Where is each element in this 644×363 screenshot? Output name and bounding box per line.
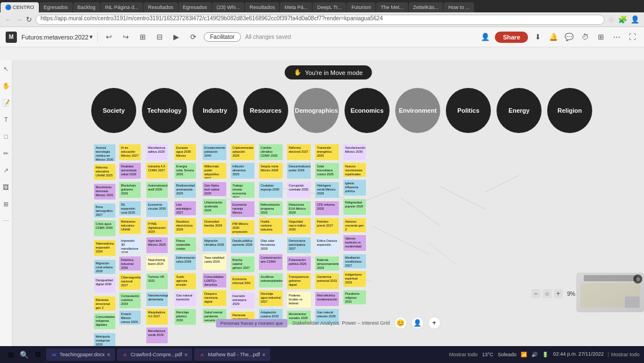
sticky-note[interactable]: Telemedicina expansión 2026 [94,240,115,256]
sticky-note[interactable]: Nuevos movimientos espirituales [343,163,366,177]
sticky-note[interactable]: Descentralización poder 2026 [287,163,311,179]
undo-button[interactable]: ↩ [102,31,115,43]
sticky-note[interactable]: Huella carbono industria [259,218,283,234]
user-icon[interactable]: 👤 [479,31,491,43]
profile-icon[interactable]: 👤 [630,15,639,24]
taskbar-item-mathew[interactable]: A Mathew Ball - The...pdf × [194,348,270,361]
facilitator-button[interactable]: Facilitator [204,32,240,42]
notifications-icon[interactable]: 🔔 [547,31,560,43]
sticky-note[interactable]: Impresión 3D manufactura 2028 [119,237,141,253]
tab-metapa[interactable]: Meta Pá... [280,2,312,12]
fullscreen-icon[interactable]: ⛶ [626,31,638,43]
sticky-note[interactable]: Economía naranja México [231,201,254,217]
nav-forward-icon[interactable]: → [15,15,23,24]
sticky-note[interactable]: Polarización política 2026 [287,256,311,271]
sticky-note[interactable]: IA en educación México 2027 [119,144,141,160]
sticky-note[interactable]: Baterías almacenamiento 2029 [315,256,339,271]
sticky-note[interactable]: Valores tradición vs modernidad [343,235,366,251]
sticky-note[interactable]: Relaciones EUA México 2028 [287,201,311,215]
download-icon[interactable]: ⬇ [531,31,544,43]
sidebar-sticky-icon[interactable]: 📝 [2,98,11,107]
show-desktop-button[interactable]: Mostrar todo [608,352,639,357]
nav-back-icon[interactable]: ← [5,15,12,24]
sticky-note[interactable]: Olas calor frecuencia 2029 [259,237,283,251]
tab-zettel[interactable]: ZettelKäs... [409,2,444,12]
sticky-note[interactable]: Deforestación selva 2028 [175,254,196,270]
minimap-toggle-button[interactable]: ⊙ [633,275,642,284]
sticky-note[interactable]: Pesca sostenible costas [175,237,196,251]
sticky-note[interactable]: Democracia participativa 2027 [287,237,311,253]
taskbar-show-desktop[interactable]: Mostrar todo [449,352,478,357]
sticky-note[interactable]: Migración climática 2035 [203,237,226,251]
sticky-note[interactable]: Robótica industrial 2030 [119,256,141,271]
speaker-icon[interactable]: 🔊 [531,352,538,357]
sticky-note[interactable]: PIB México 2030 proyección [231,220,254,234]
sticky-note[interactable]: PYME digitalización 2025 [146,220,168,234]
bottom-sticky-label[interactable]: Personas físicas y morales que [216,319,288,327]
sticky-note[interactable]: Manufactura aditiva 2029 [146,144,168,160]
sticky-note[interactable]: Maquiladora 4.0 2027 [146,309,168,325]
sidebar-more-icon[interactable]: ⋯ [2,216,11,225]
sticky-note[interactable]: Secularización México 2030 [343,144,366,160]
taskbar-time[interactable]: 02:44 p.m. 27/11/2022 [553,351,603,358]
taskbar-mathew-close[interactable]: × [262,352,266,358]
tab-futurism[interactable]: Futurism [347,2,375,12]
sticky-note[interactable]: Economía informal 30% [231,276,254,290]
canvas-area[interactable]: ✋ You're in Move mode Society Technology… [12,60,644,346]
windows-start-icon[interactable]: ⊞ [5,348,17,361]
sticky-note[interactable]: Transición energética 2030 [315,144,339,160]
circle-environment[interactable]: Environment [395,88,440,133]
tab-centro[interactable]: 🔵 CENTRO [1,2,39,12]
more-icon[interactable]: ⋯ [610,31,623,43]
search-taskbar-icon[interactable]: 🔍 [18,348,30,361]
sticky-note[interactable]: Crisis agua CDMX 2030 [94,220,115,236]
sticky-note[interactable]: Reforestación programa 2026 [259,201,283,215]
sticky-note[interactable]: Migración rural-urbana 2028 [94,260,115,274]
sticky-note[interactable]: Agro-tech México 2028 [146,237,168,253]
bookmark-icon[interactable]: ☆ [608,15,615,24]
sidebar-pen-icon[interactable]: ✏ [2,149,11,158]
sidebar-hand-icon[interactable]: ✋ [2,81,11,90]
sticky-note[interactable]: Tasa natalidad caída 2029 [203,254,226,270]
tab-met[interactable]: The Met... [376,2,408,12]
sticky-note[interactable]: Petróleo precio 2027 [315,218,339,234]
sticky-note[interactable]: Ciudades esponja 2030 [259,182,283,198]
sticky-note[interactable]: 5G expansión rural 2025 [119,201,141,215]
sticky-note[interactable]: Inversión extranjera 2029 [231,293,254,308]
sticky-note[interactable]: Religiosidad popular 2028 [343,199,366,215]
sticky-note[interactable]: Ateísmo creciente gen Z [343,218,366,232]
sticky-note[interactable]: Poderes locales vs federal [287,292,311,308]
present-button[interactable]: ▶ [170,31,182,43]
sticky-note[interactable]: Fintech México cresce 2026 [119,311,141,325]
sticky-note[interactable]: Ciberseguridad nacional 2027 [119,274,141,290]
timer-icon[interactable]: ⏱ [579,31,591,43]
sticky-note[interactable]: Bienestar emocional gen Z [94,296,115,311]
sticky-note[interactable]: Litio estratégico 2027 [175,201,196,215]
sticky-note[interactable]: Reciclaje agua industrial 2027 [259,290,283,306]
redo-button[interactable]: ↪ [119,31,132,43]
zoom-reset-button[interactable]: ○ [543,289,552,298]
sticky-note[interactable]: Residuos electrónicos 2029 [175,218,196,234]
extensions-icon[interactable]: 🧩 [618,15,627,24]
sticky-note[interactable]: Hidrógeno verde México 2028 [315,182,339,198]
sticky-note[interactable]: Manufactura verde 2029 [146,327,168,343]
minimap[interactable]: ⊙ [576,273,644,312]
sticky-note[interactable]: Transparencia gobierno digital [287,273,311,289]
sticky-note[interactable]: Deuda pública aumento 2028 [231,237,254,253]
sticky-note[interactable]: Escasez agua 2030 México [175,144,196,160]
tab-howto[interactable]: How to ... [444,2,474,12]
sticky-note[interactable]: Reforma electoral 2027 [287,144,311,160]
nav-refresh-icon[interactable]: ↻ [26,15,32,24]
tab-whatsapp[interactable]: (23) Whi... [212,2,245,12]
tab-egresados[interactable]: Egresados [39,2,73,12]
circle-demographics[interactable]: Demographics [294,88,339,133]
taskbar-teaching-close[interactable]: × [107,352,110,358]
taskview-icon[interactable]: ⧉ [32,348,44,361]
circle-technology[interactable]: Technology [142,88,187,133]
sticky-note[interactable]: Indigenismo espiritual 2029 [343,271,366,287]
sticky-note[interactable]: Nanotecnología alimentaria [146,292,168,306]
sticky-note[interactable]: Criptomonedas adopción 2026 [231,144,254,160]
taskbar-item-teaching[interactable]: W Teachingpaper.docx × [46,348,115,361]
sticky-note[interactable]: Geotermia potencial 2031 [315,273,339,289]
avatar-button[interactable]: 👤 [411,317,423,329]
